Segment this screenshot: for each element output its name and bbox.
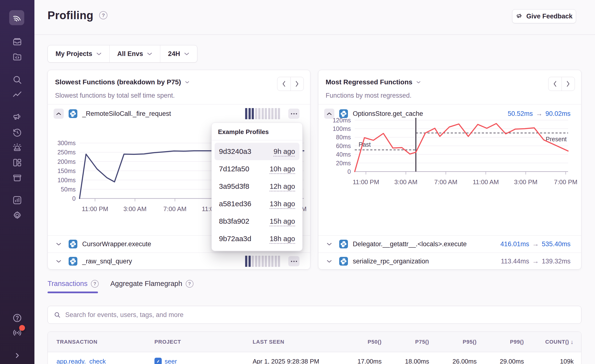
- alerts-icon[interactable]: [12, 142, 23, 153]
- svg-text:11:00 AM: 11:00 AM: [473, 178, 499, 186]
- flamegraph-help-icon[interactable]: ?: [186, 280, 193, 288]
- profile-list-item[interactable]: a581ed36 13h ago: [215, 195, 299, 213]
- svg-text:3:00 AM: 3:00 AM: [394, 178, 417, 186]
- project-filter-dropdown[interactable]: My Projects: [48, 45, 109, 62]
- column-header-p95[interactable]: P95(): [429, 339, 477, 345]
- column-header-p75[interactable]: P75(): [382, 339, 429, 345]
- function-name-link[interactable]: CursorWrapper.execute: [82, 240, 151, 248]
- tab-transactions[interactable]: Transactions ?: [48, 280, 99, 288]
- python-icon: [339, 240, 348, 248]
- chevron-down-icon: [56, 260, 61, 263]
- profile-id-link[interactable]: 9b72aa3d: [219, 235, 251, 243]
- profile-age[interactable]: 10h ago: [270, 165, 295, 173]
- prev-page-button[interactable]: [548, 77, 562, 91]
- expand-function-button[interactable]: [324, 256, 334, 266]
- profile-sparkline: [245, 108, 280, 119]
- sentry-logo-icon[interactable]: [9, 10, 24, 25]
- project-name-link[interactable]: seer: [165, 358, 177, 364]
- chevron-down-icon: [185, 81, 189, 84]
- slowest-card-title-dropdown[interactable]: Slowest Functions (breakdown by P75): [55, 78, 189, 86]
- performance-icon[interactable]: [12, 89, 23, 100]
- profile-id-link[interactable]: 8b3fa902: [219, 217, 249, 225]
- tab-aggregate-flamegraph[interactable]: Aggregate Flamegraph ?: [110, 280, 193, 288]
- function-name-link[interactable]: serialize_rpc_organization: [353, 258, 429, 265]
- stats-icon[interactable]: [12, 195, 23, 206]
- chevron-down-icon: [96, 52, 102, 55]
- column-header-p50[interactable]: P50(): [334, 339, 382, 345]
- expand-sidebar-icon[interactable]: [12, 350, 23, 361]
- dashboards-icon[interactable]: [12, 157, 23, 168]
- svg-text:120ms: 120ms: [333, 117, 351, 124]
- p75-cell: 18.00ms: [382, 358, 429, 364]
- transaction-link[interactable]: app.ready._check: [48, 358, 154, 364]
- replays-icon[interactable]: [12, 127, 23, 138]
- regressed-function-chart: 020ms40ms60ms80ms100ms120ms11:00 PM3:00 …: [322, 111, 578, 187]
- column-header-transaction[interactable]: TRANSACTION: [48, 339, 154, 345]
- environment-filter-dropdown[interactable]: All Envs: [109, 45, 160, 62]
- regressed-card-subtitle: Functions by most regressed.: [326, 92, 411, 99]
- feedback-nav-icon[interactable]: [12, 112, 23, 123]
- settings-icon[interactable]: [12, 210, 23, 221]
- regression-metric: 113.44ms → 139.32ms: [501, 257, 571, 265]
- prev-page-button[interactable]: [277, 77, 290, 91]
- svg-text:3:00 PM: 3:00 PM: [514, 178, 538, 186]
- profile-id-link[interactable]: a581ed36: [219, 200, 251, 208]
- function-name-link[interactable]: _raw_snql_query: [82, 258, 132, 265]
- python-icon: [69, 240, 77, 248]
- issues-icon[interactable]: [12, 36, 23, 47]
- profile-list-item[interactable]: 8b3fa902 15h ago: [215, 213, 299, 230]
- collapse-function-button[interactable]: [54, 109, 64, 119]
- search-input[interactable]: [65, 311, 575, 319]
- whats-new-icon[interactable]: [12, 327, 23, 338]
- column-header-last-seen[interactable]: LAST SEEN: [253, 339, 334, 345]
- search-nav-icon[interactable]: [12, 74, 23, 85]
- profile-age[interactable]: 13h ago: [270, 200, 295, 208]
- function-name-link[interactable]: _RemoteSiloCall._fire_request: [82, 110, 171, 118]
- chevron-down-icon: [56, 242, 61, 246]
- duration-before-link[interactable]: 416.01ms: [500, 240, 529, 248]
- profile-list-item[interactable]: 9d3240a3 9h ago: [215, 143, 299, 160]
- column-header-project[interactable]: PROJECT: [154, 339, 253, 345]
- expand-function-button[interactable]: [54, 256, 64, 266]
- give-feedback-button[interactable]: Give Feedback: [512, 9, 576, 23]
- project-cell[interactable]: seer: [154, 358, 253, 364]
- more-options-button[interactable]: [288, 109, 299, 119]
- profile-age[interactable]: 9h ago: [273, 148, 295, 156]
- active-tab-underline: [48, 292, 98, 293]
- profile-age[interactable]: 15h ago: [270, 217, 295, 225]
- svg-text:7:00 AM: 7:00 AM: [163, 205, 186, 213]
- profile-age[interactable]: 18h ago: [270, 235, 295, 243]
- next-page-button[interactable]: [290, 77, 304, 91]
- help-icon[interactable]: [12, 313, 23, 323]
- profile-id-link[interactable]: 9d3240a3: [219, 147, 251, 156]
- svg-text:40ms: 40ms: [336, 151, 351, 158]
- date-range-dropdown[interactable]: 24H: [160, 45, 197, 62]
- duration-after-link[interactable]: 535.40ms: [542, 240, 571, 248]
- function-row: Delegator.__getattr__.<locals>.execute 4…: [318, 235, 581, 253]
- releases-icon[interactable]: [12, 173, 23, 183]
- column-header-p99[interactable]: P99(): [477, 339, 524, 345]
- chevron-right-icon: [566, 81, 570, 87]
- expand-function-button[interactable]: [324, 239, 334, 249]
- more-options-button[interactable]: [288, 256, 299, 266]
- slowest-card-pager: [277, 77, 304, 91]
- column-header-count[interactable]: COUNT() ↓: [524, 339, 574, 345]
- profile-id-link[interactable]: 7d12fa50: [219, 165, 249, 173]
- profile-list-item[interactable]: 9b72aa3d 18h ago: [215, 230, 299, 247]
- regressed-card-title-dropdown[interactable]: Most Regressed Functions: [326, 78, 421, 86]
- p99-cell: 29.00ms: [477, 358, 524, 364]
- profile-id-link[interactable]: 3a95d3f8: [219, 182, 249, 190]
- count-cell: 109k: [524, 358, 574, 364]
- expand-function-button[interactable]: [54, 239, 64, 249]
- profile-list-item[interactable]: 3a95d3f8 12h ago: [215, 178, 299, 195]
- function-name-link[interactable]: Delegator.__getattr__.<locals>.execute: [353, 240, 467, 248]
- regressed-card-pager: [548, 77, 575, 91]
- projects-icon[interactable]: [12, 52, 23, 62]
- slowest-card-header: Slowest Functions (breakdown by P75) Slo…: [48, 70, 310, 104]
- profile-age[interactable]: 12h ago: [270, 182, 295, 190]
- chevron-down-icon: [327, 260, 332, 263]
- profile-list-item[interactable]: 7d12fa50 10h ago: [215, 160, 299, 178]
- next-page-button[interactable]: [562, 77, 575, 91]
- transactions-help-icon[interactable]: ?: [91, 280, 99, 288]
- page-help-icon[interactable]: ?: [99, 11, 107, 19]
